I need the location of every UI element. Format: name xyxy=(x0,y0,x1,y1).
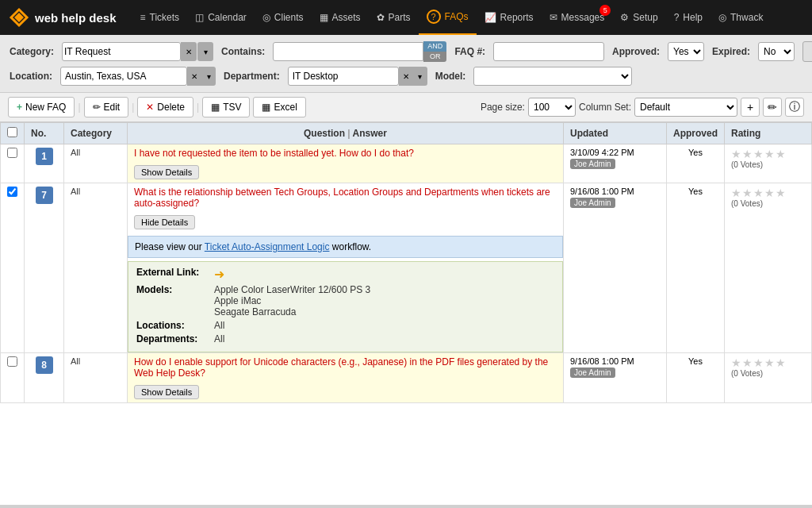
row8-category: All xyxy=(64,353,128,403)
clear-button[interactable]: Clear xyxy=(802,41,812,62)
row7-question: What is the relationship between Tech Gr… xyxy=(134,187,557,209)
faq-table: No. Category Question | Answer Updated A… xyxy=(0,122,812,403)
nav-clients[interactable]: ◎ Clients xyxy=(255,0,312,35)
models-label: Models: xyxy=(136,284,208,318)
faqs-icon: ? xyxy=(427,10,441,24)
reports-icon: 📈 xyxy=(485,12,496,23)
department-dropdown-btn[interactable]: ▾ xyxy=(413,67,427,86)
row7-departments: All xyxy=(214,333,224,344)
nav-parts[interactable]: ✿ Parts xyxy=(369,0,419,35)
page-size-label: Page size: xyxy=(481,102,525,113)
row1-qa: I have not requested the item to be inst… xyxy=(128,144,564,183)
category-label: Category: xyxy=(10,46,54,57)
row1-votes: (0 Votes) xyxy=(731,160,805,169)
faq-num-input[interactable] xyxy=(493,42,604,61)
department-input[interactable] xyxy=(288,67,399,86)
category-dropdown-btn[interactable]: ▾ xyxy=(197,42,213,61)
model-label: Model: xyxy=(435,71,466,82)
row7-qa: What is the relationship between Tech Gr… xyxy=(128,183,564,353)
approved-label: Approved: xyxy=(612,46,660,57)
header-approved: Approved xyxy=(666,123,724,144)
nav-help[interactable]: ? Help xyxy=(666,0,710,35)
expired-select[interactable]: NoYesAll xyxy=(758,42,795,61)
row1-num: 1 xyxy=(25,144,64,183)
header-checkbox[interactable] xyxy=(1,123,25,144)
row7-hide-details-btn[interactable]: Hide Details xyxy=(134,215,195,229)
row8-votes: (0 Votes) xyxy=(731,369,805,378)
excel-icon: ▦ xyxy=(262,102,270,113)
location-input[interactable] xyxy=(60,67,187,86)
ext-link-label: External Link: xyxy=(136,267,208,282)
info-col-btn[interactable]: ⓘ xyxy=(785,98,804,117)
add-col-btn[interactable]: + xyxy=(741,98,760,117)
setup-icon: ⚙ xyxy=(620,12,629,23)
page-size-select[interactable]: 1005025 xyxy=(528,98,576,117)
edit-icon: ✏ xyxy=(93,102,101,113)
or-btn[interactable]: OR xyxy=(423,52,446,62)
approved-select[interactable]: YesNoAll xyxy=(668,42,704,61)
category-clear-btn[interactable]: ✕ xyxy=(181,42,197,61)
new-faq-button[interactable]: + New FAQ xyxy=(8,97,75,117)
row7-check[interactable] xyxy=(1,183,25,353)
header-updated: Updated xyxy=(563,123,666,144)
nav-faqs[interactable]: ? FAQs xyxy=(419,0,477,35)
edit-col-btn[interactable]: ✏ xyxy=(763,98,782,117)
filter-bar: Category: ✕ ▾ Contains: AND OR FAQ #: Ap… xyxy=(0,35,812,93)
department-label: Department: xyxy=(224,71,280,82)
location-clear-btn[interactable]: ✕ xyxy=(187,67,201,86)
delete-button[interactable]: ✕ Delete xyxy=(137,97,193,117)
col-set-select[interactable]: Default xyxy=(634,98,737,117)
nav-calendar[interactable]: ◫ Calendar xyxy=(187,0,255,35)
row8-qa: How do I enable support for Unicode char… xyxy=(128,353,564,403)
row7-answer: Please view our Ticket Auto-Assignment L… xyxy=(128,236,563,258)
main-nav: ≡ Tickets ◫ Calendar ◎ Clients ▦ Assets … xyxy=(132,0,804,35)
excel-button[interactable]: ▦ Excel xyxy=(253,97,305,117)
row7-models: Apple Color LaserWriter 12/600 PS 3Apple… xyxy=(214,284,370,318)
category-input[interactable] xyxy=(62,42,181,61)
row1-stars: ★★★★★ xyxy=(731,148,805,160)
row1-question: I have not requested the item to be inst… xyxy=(134,148,557,159)
row7-locations: All xyxy=(214,320,224,331)
external-link-icon[interactable]: ➜ xyxy=(214,267,224,282)
separator1: | xyxy=(78,102,80,113)
row7-answer-link[interactable]: Ticket Auto-Assignment Logic xyxy=(205,241,330,252)
calendar-icon: ◫ xyxy=(195,12,204,23)
faq-num-label: FAQ #: xyxy=(454,46,485,57)
tsv-button[interactable]: ▦ TSV xyxy=(202,97,250,117)
nav-messages[interactable]: ✉ Messages 5 xyxy=(542,0,613,35)
contains-input[interactable] xyxy=(273,42,423,61)
tickets-icon: ≡ xyxy=(140,12,146,23)
nav-setup[interactable]: ⚙ Setup xyxy=(612,0,665,35)
edit-button[interactable]: ✏ Edit xyxy=(84,97,129,117)
row1-admin-badge: Joe Admin xyxy=(570,159,615,169)
row1-show-details-btn[interactable]: Show Details xyxy=(134,165,199,179)
row8-check[interactable] xyxy=(1,353,25,403)
nav-assets[interactable]: ▦ Assets xyxy=(312,0,369,35)
row8-question: How do I enable support for Unicode char… xyxy=(134,356,557,379)
row1-category: All xyxy=(64,144,128,183)
table-row: 7 All What is the relationship between T… xyxy=(1,183,812,353)
department-clear-btn[interactable]: ✕ xyxy=(399,67,413,86)
location-dropdown-btn[interactable]: ▾ xyxy=(201,67,216,86)
model-select[interactable] xyxy=(473,67,632,86)
row1-check[interactable] xyxy=(1,144,25,183)
separator3: | xyxy=(197,102,199,113)
row7-num: 7 xyxy=(25,183,64,353)
header-category: Category xyxy=(64,123,128,144)
row7-rating: ★★★★★ (0 Votes) xyxy=(725,183,812,353)
row8-num: 8 xyxy=(25,353,64,403)
app-logo: web help desk xyxy=(8,6,117,29)
and-btn[interactable]: AND xyxy=(423,41,446,52)
nav-reports[interactable]: 📈 Reports xyxy=(477,0,542,35)
col-set-label: Column Set: xyxy=(579,102,631,113)
thwack-icon: ◎ xyxy=(718,12,726,23)
help-icon: ? xyxy=(674,12,680,23)
messages-icon: ✉ xyxy=(550,12,557,23)
location-label: Location: xyxy=(10,71,52,82)
nav-thwack[interactable]: ◎ Thwack xyxy=(710,0,771,35)
row8-show-details-btn[interactable]: Show Details xyxy=(134,385,199,399)
row7-updated: 9/16/08 1:00 PM Joe Admin xyxy=(563,183,666,353)
nav-tickets[interactable]: ≡ Tickets xyxy=(132,0,188,35)
tsv-icon: ▦ xyxy=(211,102,220,113)
select-all-checkbox[interactable] xyxy=(7,127,17,137)
